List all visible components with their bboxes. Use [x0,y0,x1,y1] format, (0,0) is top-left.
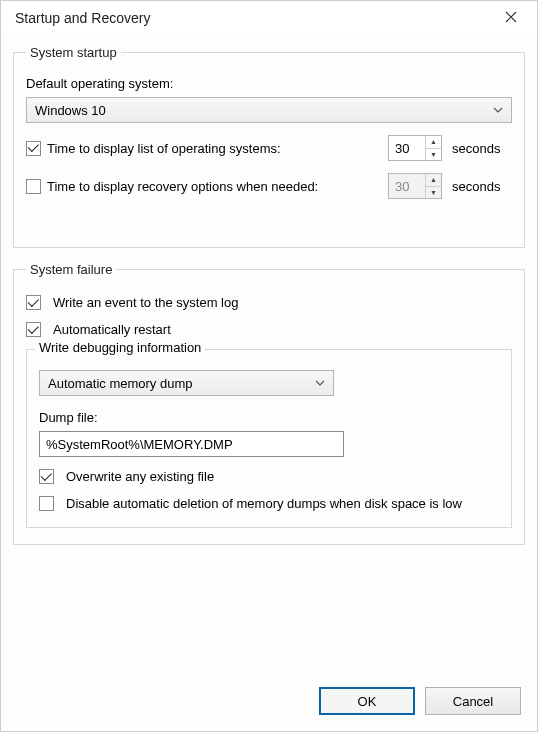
display-recovery-checkbox[interactable] [26,179,41,194]
overwrite-label: Overwrite any existing file [66,469,214,484]
default-os-label: Default operating system: [26,76,512,91]
spinner-down-icon[interactable]: ▼ [426,149,441,161]
system-startup-group: System startup Default operating system:… [13,45,525,248]
dump-file-label: Dump file: [39,410,499,425]
display-os-list-label: Time to display list of operating system… [47,141,281,156]
write-event-row: Write an event to the system log [26,295,512,310]
titlebar: Startup and Recovery [1,1,537,35]
ok-button-label: OK [358,694,377,709]
dump-file-value: %SystemRoot%\MEMORY.DMP [46,437,233,452]
cancel-button-label: Cancel [453,694,493,709]
display-recovery-unit: seconds [452,179,512,194]
display-recovery-row: Time to display recovery options when ne… [26,173,512,199]
write-event-label: Write an event to the system log [53,295,238,310]
write-debugging-legend: Write debugging information [35,340,205,355]
chevron-down-icon [493,105,503,115]
display-recovery-label: Time to display recovery options when ne… [47,179,318,194]
overwrite-checkbox[interactable] [39,469,54,484]
dialog-content: System startup Default operating system:… [1,35,537,673]
write-debugging-group: Write debugging information Automatic me… [26,349,512,528]
spinner-buttons: ▲ ▼ [425,136,441,160]
overwrite-row: Overwrite any existing file [39,469,499,484]
dialog-buttons: OK Cancel [1,673,537,731]
dump-file-input[interactable]: %SystemRoot%\MEMORY.DMP [39,431,344,457]
auto-restart-checkbox[interactable] [26,322,41,337]
spinner-up-icon: ▲ [426,174,441,187]
ok-button[interactable]: OK [319,687,415,715]
system-failure-legend: System failure [26,262,116,277]
dump-type-value: Automatic memory dump [48,376,193,391]
disable-deletion-row: Disable automatic deletion of memory dum… [39,496,499,511]
display-os-list-unit: seconds [452,141,512,156]
default-os-combobox[interactable]: Windows 10 [26,97,512,123]
chevron-down-icon [315,378,325,388]
system-startup-legend: System startup [26,45,121,60]
close-icon [505,11,517,26]
window-title: Startup and Recovery [15,10,150,26]
display-recovery-value: 30 [389,174,425,198]
display-os-list-checkbox[interactable] [26,141,41,156]
display-os-list-value: 30 [389,136,425,160]
write-event-checkbox[interactable] [26,295,41,310]
system-failure-group: System failure Write an event to the sys… [13,262,525,545]
default-os-value: Windows 10 [35,103,106,118]
dump-type-combobox[interactable]: Automatic memory dump [39,370,334,396]
disable-deletion-label: Disable automatic deletion of memory dum… [66,496,462,511]
auto-restart-row: Automatically restart [26,322,512,337]
display-os-list-row: Time to display list of operating system… [26,135,512,161]
display-os-list-spinner[interactable]: 30 ▲ ▼ [388,135,442,161]
auto-restart-label: Automatically restart [53,322,171,337]
startup-recovery-dialog: Startup and Recovery System startup Defa… [0,0,538,732]
spinner-buttons: ▲ ▼ [425,174,441,198]
spinner-down-icon: ▼ [426,187,441,199]
disable-deletion-checkbox[interactable] [39,496,54,511]
cancel-button[interactable]: Cancel [425,687,521,715]
display-recovery-spinner: 30 ▲ ▼ [388,173,442,199]
spinner-up-icon[interactable]: ▲ [426,136,441,149]
close-button[interactable] [495,6,527,30]
